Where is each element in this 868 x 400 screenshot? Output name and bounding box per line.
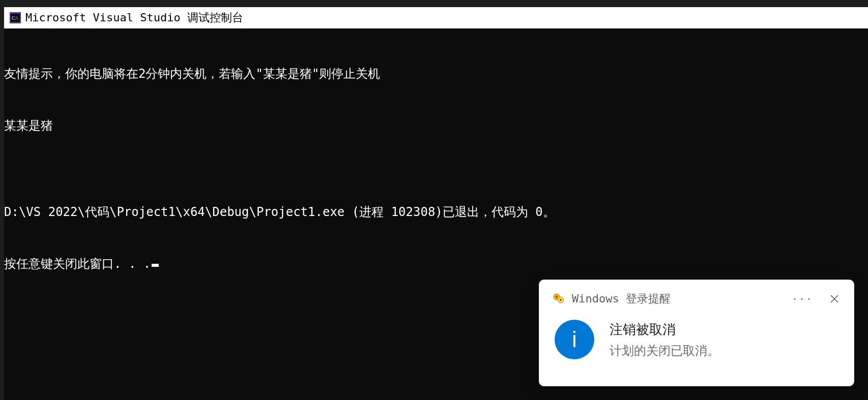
- toast-more-button[interactable]: ···: [792, 293, 813, 305]
- svg-point-6: [560, 299, 562, 301]
- console-line: 按任意键关闭此窗口. . .: [4, 255, 868, 272]
- ide-left-gutter: [0, 0, 4, 400]
- console-icon: C:\: [9, 12, 21, 24]
- toast-body: i 注销被取消 计划的关闭已取消。: [553, 320, 841, 359]
- console-title: Microsoft Visual Studio 调试控制台: [25, 10, 243, 25]
- notification-toast[interactable]: Windows 登录提醒 ··· i 注销被取消 计划的关闭已取消。: [539, 280, 854, 386]
- svg-point-5: [556, 296, 558, 298]
- toast-app-title: Windows 登录提醒: [572, 291, 671, 306]
- toast-message: 计划的关闭已取消。: [610, 343, 719, 359]
- toast-header-right: ···: [792, 293, 841, 305]
- console-title-bar[interactable]: C:\ Microsoft Visual Studio 调试控制台: [4, 7, 868, 28]
- toast-close-button[interactable]: [828, 293, 841, 305]
- info-icon-letter: i: [572, 327, 577, 352]
- console-line: D:\VS 2022\代码\Project1\x64\Debug\Project…: [4, 203, 868, 221]
- console-prompt-text: 按任意键关闭此窗口. . .: [4, 257, 151, 271]
- ide-top-strip: [4, 0, 868, 7]
- toast-header: Windows 登录提醒 ···: [553, 291, 841, 306]
- info-icon: i: [555, 320, 594, 359]
- windows-security-icon: [553, 293, 565, 305]
- console-cursor: [152, 264, 159, 267]
- toast-text-block: 注销被取消 计划的关闭已取消。: [610, 321, 719, 359]
- toast-heading: 注销被取消: [610, 321, 719, 339]
- svg-text:C:\: C:\: [12, 15, 18, 21]
- console-line: 某某是猪: [4, 117, 868, 134]
- toast-header-left: Windows 登录提醒: [553, 291, 671, 306]
- console-line: 友情提示，你的电脑将在2分钟内关机，若输入"某某是猪"则停止关机: [4, 65, 868, 82]
